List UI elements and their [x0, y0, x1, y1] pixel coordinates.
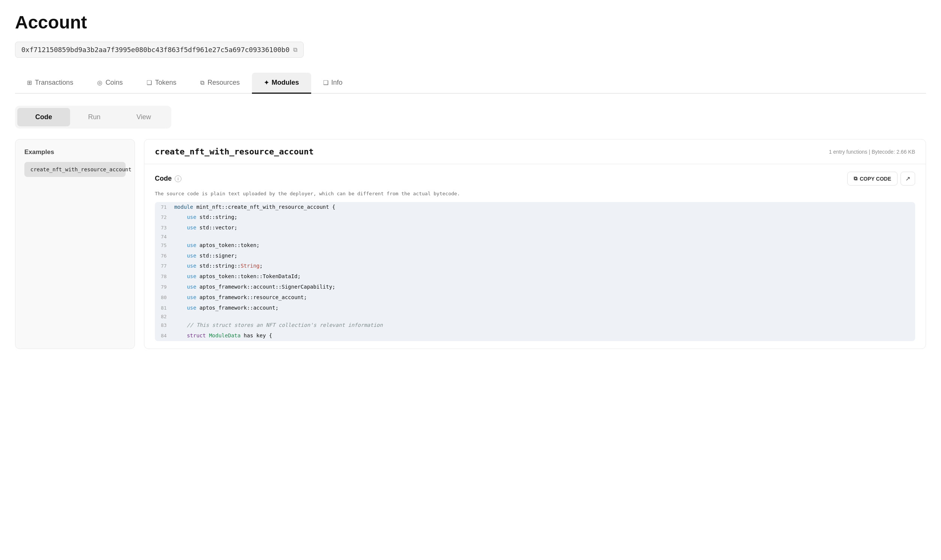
tokens-icon: ❏: [147, 79, 152, 86]
tab-tokens[interactable]: ❏Tokens: [135, 73, 188, 94]
grid-icon: ⊞: [27, 79, 32, 86]
code-label-text: Code: [155, 175, 172, 183]
code-info-icon[interactable]: i: [175, 175, 181, 182]
module-name: create_nft_with_resource_account: [155, 147, 314, 156]
line-number: 78: [155, 274, 174, 279]
sidebar-item-0[interactable]: create_nft_with_resource_account: [25, 162, 126, 177]
line-number: 77: [155, 263, 174, 269]
code-line: 83 // This struct stores an NFT collecti…: [155, 320, 915, 331]
line-content: use aptos_token::token;: [174, 241, 915, 250]
tab-label-tokens: Tokens: [155, 79, 176, 86]
code-line: 71module mint_nft::create_nft_with_resou…: [155, 202, 915, 212]
line-number: 74: [155, 234, 174, 240]
code-line: 82: [155, 313, 915, 320]
address-value: 0xf712150859bd9a3b2aa7f3995e080bc43f863f…: [22, 46, 289, 54]
line-content: use aptos_token::token::TokenDataId;: [174, 272, 915, 281]
sidebar: Examples create_nft_with_resource_accoun…: [15, 139, 135, 349]
sub-tabs: CodeRunView: [15, 106, 171, 129]
address-bar: 0xf712150859bd9a3b2aa7f3995e080bc43f863f…: [15, 42, 304, 58]
code-line: 76 use std::signer;: [155, 251, 915, 261]
line-content: module mint_nft::create_nft_with_resourc…: [174, 203, 915, 212]
code-section: Code i ⧉ COPY CODE ↗ The source code is …: [145, 164, 926, 349]
code-line: 75 use aptos_token::token;: [155, 240, 915, 251]
file-icon: ❑: [323, 79, 328, 86]
code-line: 80 use aptos_framework::resource_account…: [155, 292, 915, 303]
line-content: struct ModuleData has key {: [174, 331, 915, 340]
line-content: use aptos_framework::resource_account;: [174, 293, 915, 302]
code-note: The source code is plain text uploaded b…: [155, 190, 915, 197]
tab-coins[interactable]: ◎Coins: [85, 73, 135, 94]
tab-label-resources: Resources: [207, 79, 240, 86]
line-number: 71: [155, 204, 174, 210]
code-line: 81 use aptos_framework::account;: [155, 303, 915, 313]
line-number: 76: [155, 253, 174, 258]
sidebar-title: Examples: [25, 148, 126, 156]
line-content: use std::string;: [174, 213, 915, 222]
line-content: use std::signer;: [174, 252, 915, 260]
line-content: use std::string::String;: [174, 262, 915, 271]
code-line: 72 use std::string;: [155, 212, 915, 223]
line-number: 73: [155, 225, 174, 231]
line-content: use std::vector;: [174, 223, 915, 232]
tab-transactions[interactable]: ⊞Transactions: [15, 73, 85, 94]
page-title: Account: [15, 12, 926, 32]
tab-label-transactions: Transactions: [35, 79, 73, 86]
content-area: Examples create_nft_with_resource_accoun…: [15, 139, 926, 349]
tab-info[interactable]: ❑Info: [311, 73, 355, 94]
line-number: 75: [155, 243, 174, 248]
code-line: 79 use aptos_framework::account::SignerC…: [155, 282, 915, 292]
layers-icon: ⧉: [200, 80, 204, 86]
code-panel: create_nft_with_resource_account 1 entry…: [144, 139, 926, 349]
sub-tab-code[interactable]: Code: [17, 108, 70, 126]
line-number: 82: [155, 314, 174, 319]
tab-label-coins: Coins: [105, 79, 123, 86]
code-block: 71module mint_nft::create_nft_with_resou…: [155, 202, 915, 342]
tab-resources[interactable]: ⧉Resources: [188, 73, 252, 94]
line-number: 84: [155, 333, 174, 338]
main-tabs: ⊞Transactions◎Coins❏Tokens⧉Resources✦Mod…: [15, 73, 926, 94]
code-line: 77 use std::string::String;: [155, 261, 915, 271]
sub-tab-run[interactable]: Run: [70, 108, 118, 126]
sub-tab-view[interactable]: View: [118, 108, 169, 126]
circle-dollar-icon: ◎: [97, 79, 102, 86]
line-content: use aptos_framework::account::SignerCapa…: [174, 283, 915, 292]
copy-code-button[interactable]: ⧉ COPY CODE: [847, 172, 898, 186]
code-line: 78 use aptos_token::token::TokenDataId;: [155, 271, 915, 282]
copy-icon: ⧉: [853, 175, 857, 182]
line-content: // This struct stores an NFT collection'…: [174, 321, 915, 330]
line-content: use aptos_framework::account;: [174, 304, 915, 312]
copy-code-label: COPY CODE: [860, 176, 891, 182]
code-line: 73 use std::vector;: [155, 223, 915, 233]
line-number: 79: [155, 284, 174, 290]
copy-address-button[interactable]: ⧉: [293, 46, 297, 53]
tab-label-modules: Modules: [272, 79, 299, 86]
code-actions: ⧉ COPY CODE ↗: [847, 172, 915, 186]
line-number: 72: [155, 214, 174, 220]
code-section-header: Code i ⧉ COPY CODE ↗: [155, 172, 915, 186]
code-panel-header: create_nft_with_resource_account 1 entry…: [145, 140, 926, 164]
tab-label-info: Info: [331, 79, 343, 86]
tab-modules[interactable]: ✦Modules: [252, 73, 311, 94]
code-line: 74: [155, 233, 915, 240]
line-number: 81: [155, 305, 174, 311]
puzzle-icon: ✦: [264, 79, 269, 86]
line-number: 83: [155, 322, 174, 328]
code-label: Code i: [155, 175, 181, 183]
expand-button[interactable]: ↗: [901, 172, 915, 186]
meta-info: 1 entry functions | Bytecode: 2.66 KB: [829, 149, 915, 155]
code-line: 84 struct ModuleData has key {: [155, 331, 915, 341]
line-number: 80: [155, 295, 174, 300]
